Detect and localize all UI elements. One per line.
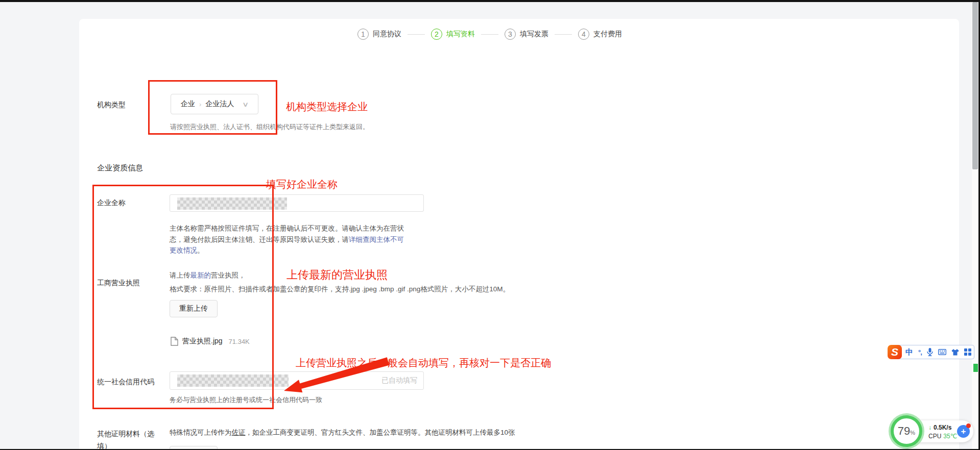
annotation-company-name: 填写好企业全称 bbox=[266, 178, 338, 191]
microphone-icon[interactable] bbox=[927, 348, 933, 356]
other-materials-help: 特殊情况可上传作为佐证，如企业工商变更证明、官方红头文件、加盖公章证明等。其他证… bbox=[170, 428, 515, 437]
step-fill-info: 2 填写资料 bbox=[431, 29, 475, 40]
annotation-org-type: 机构类型选择企业 bbox=[286, 100, 368, 114]
red-arrow-annotation bbox=[280, 357, 392, 398]
annotation-license: 上传最新的营业执照 bbox=[286, 267, 388, 283]
cpu-label: CPU bbox=[928, 433, 941, 440]
notification-red-dot bbox=[966, 423, 971, 428]
download-arrow-icon: ↓ bbox=[928, 424, 931, 431]
step-number: 3 bbox=[505, 29, 516, 40]
step-pay-fee: 4 支付费用 bbox=[578, 29, 622, 40]
scrollbar-thumb[interactable] bbox=[972, 2, 978, 169]
memory-percent-unit: % bbox=[910, 430, 915, 436]
step-connector bbox=[481, 34, 498, 35]
memory-percent-value: 79 bbox=[898, 418, 910, 444]
step-fill-invoice: 3 填写发票 bbox=[505, 29, 548, 40]
punctuation-icon[interactable]: °, bbox=[918, 348, 922, 356]
step-number: 1 bbox=[357, 29, 369, 40]
step-number: 2 bbox=[431, 29, 442, 40]
help-text: ，如企业工商变更证明、官方红头文件、加盖公章证明等。其他证明材料可上传最多10张 bbox=[246, 429, 515, 436]
chinese-mode-icon[interactable]: 中 bbox=[905, 347, 913, 357]
ime-toolbar[interactable]: 中 °, bbox=[897, 345, 974, 359]
step-wizard: 1 同意协议 2 填写资料 3 填写发票 4 支付费用 bbox=[357, 29, 622, 40]
network-speed-value: 0.5K/s bbox=[934, 424, 951, 431]
help-text: 特殊情况可上传作为 bbox=[170, 429, 232, 436]
page: 1 同意协议 2 填写资料 3 填写发票 4 支付费用 机构类型 企业 › 企业… bbox=[0, 0, 980, 450]
step-number: 4 bbox=[578, 29, 589, 40]
scrollbar-track[interactable] bbox=[972, 0, 978, 450]
cpu-temperature-value: 35℃ bbox=[943, 433, 957, 440]
step-connector bbox=[555, 34, 572, 35]
green-indicator bbox=[973, 364, 978, 372]
org-type-label: 机构类型 bbox=[97, 101, 126, 110]
section-title-qualification: 企业资质信息 bbox=[97, 163, 143, 173]
sogou-logo-icon[interactable]: S bbox=[888, 345, 902, 359]
step-connector bbox=[408, 34, 425, 35]
memory-percent-ring[interactable]: 79 % bbox=[891, 415, 922, 447]
step-agree-protocol: 1 同意协议 bbox=[357, 29, 401, 40]
soft-keyboard-icon[interactable] bbox=[938, 349, 946, 355]
red-highlight-box-org-type bbox=[148, 80, 277, 135]
performance-stats: ↓ 0.5K/s CPU 35℃ bbox=[928, 423, 957, 440]
toolbox-grid-icon[interactable] bbox=[964, 348, 971, 356]
evidence-underlined-text: 佐证 bbox=[232, 429, 246, 436]
step-label: 同意协议 bbox=[373, 30, 401, 39]
step-label: 填写资料 bbox=[446, 30, 475, 39]
skin-shirt-icon[interactable] bbox=[951, 349, 959, 356]
other-materials-label: 其他证明材料（选填） bbox=[97, 428, 158, 450]
step-label: 填写发票 bbox=[520, 30, 548, 39]
top-edge-strip bbox=[0, 0, 980, 2]
step-label: 支付费用 bbox=[593, 30, 622, 39]
red-highlight-box-form-fields bbox=[92, 185, 274, 409]
